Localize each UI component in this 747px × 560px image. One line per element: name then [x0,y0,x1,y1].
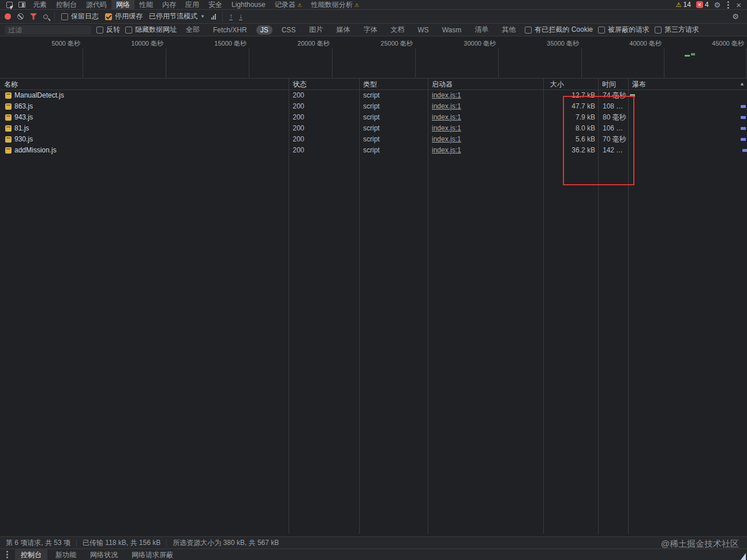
blocked-cookies-checkbox[interactable]: 有已拦截的 Cookie [525,25,593,35]
checkbox-icon[interactable] [125,27,132,33]
drawer-tab-bar: 控制台 新功能 网络状况 网络请求屏蔽 [0,548,747,560]
error-count: 4 [705,1,709,9]
waterfall-bar [741,116,746,119]
tab-memory[interactable]: 内存 [158,0,181,10]
table-row[interactable]: ManualDetect.js 200 script index.js:1 12… [0,90,747,101]
initiator-link[interactable]: index.js:1 [432,124,461,132]
tab-application[interactable]: 应用 [181,0,204,10]
preserve-log-checkbox[interactable]: 保留日志 [61,12,99,21]
errors-counter[interactable]: × 4 [696,1,709,9]
inspect-element-icon[interactable] [6,2,13,8]
type-filter-wasm[interactable]: Wasm [438,25,466,35]
recorder-warning-icon: ⚠ [297,2,302,8]
type-filter-img[interactable]: 图片 [305,24,327,35]
hide-data-urls-checkbox[interactable]: 隐藏数据网址 [125,25,177,35]
type-filter-js[interactable]: JS [256,25,272,35]
initiator-link[interactable]: index.js:1 [432,146,461,154]
waterfall-bar [741,105,746,108]
settings-gear-icon[interactable]: ⚙ [714,1,721,9]
type-filter-other[interactable]: 其他 [498,24,520,35]
tab-network[interactable]: 网络 [111,0,135,10]
type-filter-media[interactable]: 媒体 [332,24,354,35]
column-header-type[interactable]: 类型 [359,79,428,89]
network-filter-bar: 反转 隐藏数据网址 全部 Fetch/XHR JS CSS 图片 媒体 字体 文… [0,24,747,36]
checkbox-icon[interactable] [96,27,103,33]
tick-line [581,48,582,78]
initiator-link[interactable]: index.js:1 [432,102,461,110]
type-filter-doc[interactable]: 文档 [386,24,408,35]
issues-counter[interactable]: ⚠ 14 [676,1,691,9]
column-header-name[interactable]: 名称 [0,79,289,89]
column-header-time[interactable]: 时间 [598,79,628,89]
checkbox-icon[interactable] [598,27,605,33]
tab-performance-insights[interactable]: 性能数据分析⚠ [307,0,364,10]
column-separator[interactable] [543,79,544,534]
checkbox-icon[interactable] [61,13,68,20]
drawer-tab-network-request-blocking[interactable]: 网络请求屏蔽 [126,549,179,560]
warning-count: 14 [683,1,691,9]
scrollbar-up-icon[interactable]: ▲ [739,81,745,87]
tab-security[interactable]: 安全 [204,0,227,10]
tick-line [664,48,664,78]
tab-performance[interactable]: 性能 [135,0,158,10]
import-har-icon[interactable]: ↑ [229,13,233,20]
column-separator[interactable] [428,79,428,534]
checkbox-icon[interactable] [525,27,532,33]
column-header-waterfall[interactable]: 瀑布 [628,79,747,89]
column-header-initiator[interactable]: 启动器 [428,79,543,89]
tab-recorder[interactable]: 记录器⚠ [270,0,307,10]
column-header-status[interactable]: 状态 [289,79,359,89]
invert-checkbox[interactable]: 反转 [96,25,120,35]
tab-elements[interactable]: 元素 [28,0,51,10]
initiator-link[interactable]: index.js:1 [432,91,461,99]
third-party-checkbox[interactable]: 第三方请求 [655,25,699,35]
type-filter-ws[interactable]: WS [413,25,432,35]
search-icon[interactable] [43,14,48,19]
initiator-link[interactable]: index.js:1 [432,135,461,143]
table-row[interactable]: 943.js 200 script index.js:1 7.9 kB 80 毫… [0,112,747,123]
close-icon[interactable]: × [736,1,741,9]
request-name: ManualDetect.js [14,90,64,101]
tab-console[interactable]: 控制台 [51,0,81,10]
drawer-tab-whats-new[interactable]: 新功能 [50,549,82,560]
request-type: script [359,101,428,112]
overview-activity-mark [691,53,695,55]
request-type: script [359,123,428,134]
drawer-menu-icon[interactable] [6,554,8,555]
table-row[interactable]: 930.js 200 script index.js:1 5.6 kB 70 毫… [0,134,747,145]
tab-lighthouse[interactable]: Lighthouse [227,0,270,10]
initiator-link[interactable]: index.js:1 [432,113,461,121]
drawer-tab-console[interactable]: 控制台 [15,549,47,560]
type-filter-font[interactable]: 字体 [359,24,381,35]
column-separator[interactable] [359,79,360,534]
request-status: 200 [289,123,359,134]
more-options-icon[interactable] [727,4,729,6]
throttling-select[interactable]: 已停用节流模式 ▼ [149,12,205,21]
table-row[interactable]: addMission.js 200 script index.js:1 36.2… [0,145,747,156]
type-filter-all[interactable]: 全部 [182,24,204,35]
device-toolbar-icon[interactable] [18,2,25,8]
blocked-requests-checkbox[interactable]: 被屏蔽的请求 [598,25,649,35]
third-party-label: 第三方请求 [664,25,699,35]
drawer-tab-network-conditions[interactable]: 网络状况 [84,549,124,560]
disable-cache-checkbox[interactable]: 停用缓存 [105,12,143,21]
column-separator[interactable] [289,79,289,534]
export-har-icon[interactable]: ↓ [239,13,242,20]
record-network-log-icon[interactable] [5,13,11,20]
filter-input[interactable] [5,25,91,35]
tab-sources[interactable]: 源代码 [81,0,111,10]
checkbox-checked-icon[interactable] [105,13,112,20]
type-filter-fetch-xhr[interactable]: Fetch/XHR [209,25,251,35]
network-conditions-icon[interactable] [211,13,216,20]
blocked-cookies-label: 有已拦截的 Cookie [535,25,593,35]
filter-funnel-icon[interactable] [30,13,37,20]
type-filter-manifest[interactable]: 清单 [470,24,492,35]
network-settings-gear-icon[interactable]: ⚙ [732,13,742,20]
table-row[interactable]: 81.js 200 script index.js:1 8.0 kB 106 … [0,123,747,134]
network-overview-timeline[interactable]: 5000 毫秒 10000 毫秒 15000 毫秒 20000 毫秒 25000… [0,36,747,79]
column-header-size[interactable]: 大小 [543,79,598,89]
table-row[interactable]: 863.js 200 script index.js:1 47.7 kB 108… [0,101,747,112]
clear-network-log-icon[interactable] [17,13,24,20]
type-filter-css[interactable]: CSS [278,25,300,35]
checkbox-icon[interactable] [655,27,662,33]
